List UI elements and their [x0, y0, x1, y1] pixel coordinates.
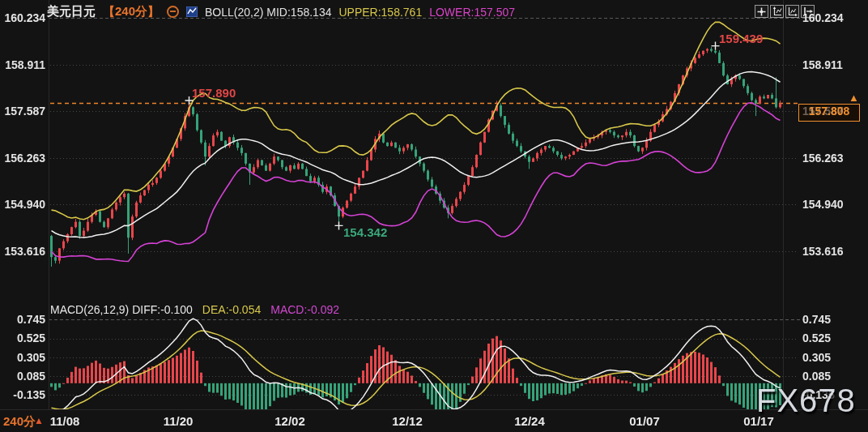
annotation-high-1120: 157.890 [192, 86, 236, 100]
chart-app: 美元日元 【240分】 BOLL(20,2) MID:158.134 UPPER… [0, 0, 868, 432]
macd-value-label: MACD:-0.092 [270, 303, 339, 316]
macd-dea-label: DEA:-0.054 [202, 303, 261, 316]
price-tick-right-5: 153.616 [802, 245, 844, 258]
macd-tick-left-0: 0.745 [0, 313, 45, 326]
indicator-chart-icon[interactable] [186, 6, 198, 17]
price-tick-right-3: 156.263 [802, 152, 844, 165]
boll-upper-label: UPPER:158.761 [338, 6, 422, 19]
price-tick-right-4: 154.940 [802, 198, 844, 211]
date-tick-0: 11/08 [50, 414, 80, 428]
macd-header: MACD(26,12,9) DIFF:-0.100 DEA:-0.054 MAC… [50, 303, 339, 316]
price-tick-left-5: 153.616 [0, 245, 45, 258]
date-tick-2: 12/02 [274, 414, 305, 428]
chart-header: 美元日元 【240分】 BOLL(20,2) MID:158.134 UPPER… [47, 4, 515, 19]
scale-y-axis-icon[interactable] [770, 5, 784, 18]
price-tick-left-4: 154.940 [0, 198, 45, 211]
pan-icon[interactable] [755, 5, 768, 18]
last-price-box: 157.808 [798, 104, 860, 122]
collapse-circle-icon[interactable] [167, 6, 179, 18]
annotation-high-0117: 159.439 [719, 32, 763, 45]
date-tick-3: 12/12 [392, 414, 423, 428]
price-tick-left-3: 156.263 [0, 152, 45, 165]
symbol-title: 美元日元 [47, 4, 96, 19]
macd-tick-right-0: 0.745 [802, 313, 831, 326]
macd-tick-right-3: 0.085 [802, 370, 831, 383]
price-tick-right-0: 160.234 [802, 11, 844, 24]
scale-x-axis-icon[interactable] [785, 5, 799, 18]
price-up-arrow-icon[interactable]: ▲ [849, 92, 859, 104]
macd-tick-left-2: 0.305 [0, 351, 45, 364]
price-tick-left-0: 160.234 [0, 11, 45, 24]
price-tick-left-2: 157.587 [0, 105, 45, 118]
boll-lower-label: LOWER:157.507 [429, 6, 515, 19]
chart-canvas[interactable] [0, 0, 868, 432]
period-tag[interactable]: 【240分】 [103, 4, 160, 19]
macd-tick-right-2: 0.305 [802, 351, 831, 364]
price-tick-right-1: 158.911 [802, 58, 843, 71]
macd-label: MACD(26,12,9) DIFF:-0.100 [50, 303, 193, 316]
period-label-bottom[interactable]: 240分 [3, 414, 36, 430]
date-tick-4: 12/24 [514, 414, 545, 428]
period-up-triangle-icon[interactable]: ▲ [34, 415, 44, 426]
date-tick-5: 01/07 [629, 414, 660, 428]
macd-tick-left-1: 0.525 [0, 331, 45, 344]
boll-label: BOLL(20,2) MID:158.134 [205, 6, 331, 19]
macd-tick-left-3: 0.085 [0, 370, 45, 383]
annotation-low-1207: 154.342 [343, 225, 387, 239]
price-tick-left-1: 158.911 [0, 58, 45, 71]
macd-tick-left-4: -0.135 [0, 388, 45, 401]
date-tick-1: 11/20 [164, 414, 194, 428]
macd-tick-right-1: 0.525 [802, 331, 831, 344]
watermark: FX678 [756, 383, 856, 419]
